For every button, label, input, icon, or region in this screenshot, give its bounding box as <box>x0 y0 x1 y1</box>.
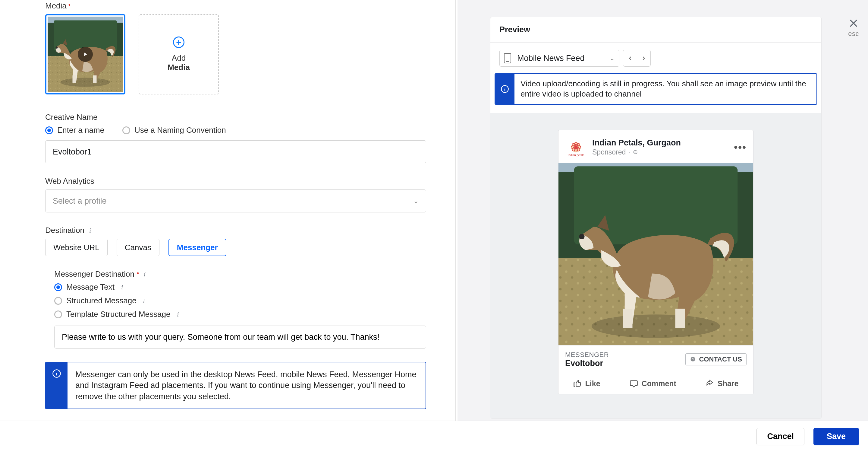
upload-progress-alert: Video upload/encoding is still in progre… <box>495 73 817 105</box>
more-options-icon[interactable]: ••• <box>734 141 747 153</box>
radio-icon <box>54 283 62 291</box>
preview-prev-button[interactable] <box>623 50 637 67</box>
sponsored-label: Sponsored· <box>592 148 728 156</box>
info-icon[interactable]: i <box>141 271 148 278</box>
close-label: esc <box>848 30 859 38</box>
ad-image <box>558 163 753 345</box>
media-label: Media• <box>45 1 428 10</box>
like-button[interactable]: Like <box>573 379 600 388</box>
info-icon[interactable]: i <box>119 284 125 290</box>
radio-icon <box>54 310 62 318</box>
like-icon <box>573 379 582 388</box>
messenger-icon <box>690 356 696 362</box>
add-media-line2: Media <box>167 63 190 72</box>
web-analytics-select[interactable]: Select a profile ⌄ <box>45 190 426 213</box>
cancel-button[interactable]: Cancel <box>756 428 804 445</box>
globe-icon <box>632 149 638 155</box>
share-icon <box>706 379 714 388</box>
destination-messenger-button[interactable]: Messenger <box>168 239 226 256</box>
radio-message-text[interactable]: Message Text i <box>54 282 428 292</box>
preview-header: Preview <box>490 17 821 43</box>
info-icon[interactable]: i <box>87 227 93 234</box>
save-button[interactable]: Save <box>813 428 859 445</box>
cta-title: Evoltobor <box>565 359 609 368</box>
message-text-input[interactable] <box>54 326 426 348</box>
destination-canvas-button[interactable]: Canvas <box>117 239 159 256</box>
comment-button[interactable]: Comment <box>629 379 676 388</box>
cta-eyebrow: MESSENGER <box>565 351 609 359</box>
radio-naming-convention[interactable]: Use a Naming Convention <box>122 125 226 135</box>
required-dot: • <box>68 3 70 6</box>
info-icon[interactable]: i <box>141 298 147 304</box>
radio-icon <box>122 126 130 134</box>
plus-icon: + <box>173 36 184 48</box>
info-icon[interactable]: i <box>175 311 181 318</box>
creative-name-input[interactable] <box>45 140 426 163</box>
radio-enter-name[interactable]: Enter a name <box>45 125 104 135</box>
creative-name-label: Creative Name <box>45 113 428 122</box>
info-icon <box>46 362 67 408</box>
facebook-ad-preview: indian petals Indian Petals, Gurgaon Spo… <box>558 130 753 394</box>
messenger-destination-label: Messenger Destination • i <box>54 270 428 279</box>
page-name: Indian Petals, Gurgaon <box>592 138 728 147</box>
close-button[interactable]: esc <box>848 18 859 38</box>
preview-panel: Preview Mobile News Feed ⌄ <box>490 17 822 419</box>
info-icon <box>495 74 515 104</box>
radio-template-structured[interactable]: Template Structured Message i <box>54 310 428 319</box>
contact-us-button[interactable]: CONTACT US <box>685 353 747 365</box>
comment-icon <box>629 379 638 388</box>
radio-icon <box>54 297 62 305</box>
destination-label: Destination i <box>45 226 428 235</box>
play-icon[interactable] <box>78 47 93 62</box>
placement-select[interactable]: Mobile News Feed ⌄ <box>499 50 619 67</box>
share-button[interactable]: Share <box>706 379 738 388</box>
add-media-button[interactable]: + Add Media <box>138 14 219 94</box>
close-icon <box>848 18 859 29</box>
add-media-line1: Add <box>167 53 190 63</box>
chevron-down-icon: ⌄ <box>413 197 418 205</box>
mobile-icon <box>504 53 511 63</box>
required-dot: • <box>137 272 139 275</box>
web-analytics-label: Web Analytics <box>45 176 428 186</box>
svg-text:indian petals: indian petals <box>568 153 584 156</box>
media-thumbnail[interactable] <box>45 14 125 94</box>
messenger-placement-alert: Messenger can only be used in the deskto… <box>45 362 426 409</box>
preview-next-button[interactable] <box>637 50 651 67</box>
footer: Cancel Save <box>0 421 868 452</box>
radio-icon <box>45 126 53 134</box>
page-avatar: indian petals <box>565 136 587 158</box>
radio-structured-message[interactable]: Structured Message i <box>54 296 428 305</box>
chevron-down-icon: ⌄ <box>610 54 615 62</box>
destination-website-button[interactable]: Website URL <box>45 239 107 256</box>
